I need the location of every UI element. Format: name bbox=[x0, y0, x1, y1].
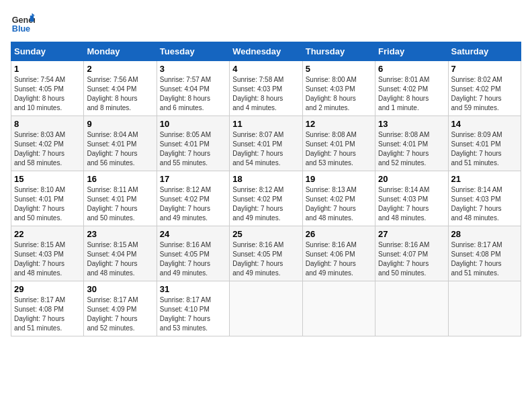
calendar-cell-day-13: 13Sunrise: 8:08 AM Sunset: 4:01 PM Dayli… bbox=[375, 116, 448, 171]
day-number: 7 bbox=[451, 64, 518, 74]
day-info: Sunrise: 8:10 AM Sunset: 4:01 PM Dayligh… bbox=[14, 185, 81, 223]
weekday-header-wednesday: Wednesday bbox=[230, 42, 302, 61]
day-number: 6 bbox=[378, 64, 445, 74]
day-info: Sunrise: 8:04 AM Sunset: 4:01 PM Dayligh… bbox=[87, 130, 153, 168]
weekday-header-thursday: Thursday bbox=[302, 42, 375, 61]
day-info: Sunrise: 8:16 AM Sunset: 4:05 PM Dayligh… bbox=[232, 240, 299, 278]
day-number: 31 bbox=[160, 284, 226, 294]
day-number: 12 bbox=[306, 119, 372, 129]
day-number: 29 bbox=[14, 284, 81, 294]
day-number: 10 bbox=[160, 119, 226, 129]
svg-text:Blue: Blue bbox=[12, 24, 30, 34]
calendar-cell-day-18: 18Sunrise: 8:12 AM Sunset: 4:02 PM Dayli… bbox=[230, 171, 302, 226]
calendar-cell-day-9: 9Sunrise: 8:04 AM Sunset: 4:01 PM Daylig… bbox=[84, 116, 157, 171]
day-info: Sunrise: 8:17 AM Sunset: 4:08 PM Dayligh… bbox=[14, 295, 81, 333]
day-number: 24 bbox=[160, 229, 226, 239]
calendar-cell-day-15: 15Sunrise: 8:10 AM Sunset: 4:01 PM Dayli… bbox=[11, 171, 84, 226]
day-info: Sunrise: 8:17 AM Sunset: 4:08 PM Dayligh… bbox=[451, 240, 518, 278]
calendar-cell-day-7: 7Sunrise: 8:02 AM Sunset: 4:02 PM Daylig… bbox=[448, 61, 521, 116]
calendar-cell bbox=[302, 281, 375, 336]
calendar-cell-day-29: 29Sunrise: 8:17 AM Sunset: 4:08 PM Dayli… bbox=[11, 281, 84, 336]
calendar-cell-day-25: 25Sunrise: 8:16 AM Sunset: 4:05 PM Dayli… bbox=[230, 226, 302, 281]
calendar-week-row: 1Sunrise: 7:54 AM Sunset: 4:05 PM Daylig… bbox=[11, 61, 521, 116]
calendar-cell-day-23: 23Sunrise: 8:15 AM Sunset: 4:04 PM Dayli… bbox=[84, 226, 157, 281]
day-info: Sunrise: 8:17 AM Sunset: 4:10 PM Dayligh… bbox=[160, 295, 226, 333]
calendar-cell-day-14: 14Sunrise: 8:09 AM Sunset: 4:01 PM Dayli… bbox=[448, 116, 521, 171]
day-number: 3 bbox=[160, 64, 226, 74]
calendar-cell-day-31: 31Sunrise: 8:17 AM Sunset: 4:10 PM Dayli… bbox=[157, 281, 229, 336]
day-info: Sunrise: 8:13 AM Sunset: 4:02 PM Dayligh… bbox=[306, 185, 372, 223]
day-number: 4 bbox=[232, 64, 299, 74]
day-number: 25 bbox=[232, 229, 299, 239]
calendar-cell-day-12: 12Sunrise: 8:08 AM Sunset: 4:01 PM Dayli… bbox=[302, 116, 375, 171]
day-info: Sunrise: 8:14 AM Sunset: 4:03 PM Dayligh… bbox=[451, 185, 518, 223]
calendar-cell-day-3: 3Sunrise: 7:57 AM Sunset: 4:04 PM Daylig… bbox=[157, 61, 229, 116]
calendar-cell-day-5: 5Sunrise: 8:00 AM Sunset: 4:03 PM Daylig… bbox=[302, 61, 375, 116]
day-info: Sunrise: 8:12 AM Sunset: 4:02 PM Dayligh… bbox=[160, 185, 226, 223]
day-number: 9 bbox=[87, 119, 153, 129]
day-info: Sunrise: 8:08 AM Sunset: 4:01 PM Dayligh… bbox=[306, 130, 372, 168]
day-info: Sunrise: 8:09 AM Sunset: 4:01 PM Dayligh… bbox=[451, 130, 518, 168]
day-info: Sunrise: 7:58 AM Sunset: 4:03 PM Dayligh… bbox=[232, 75, 299, 113]
calendar-cell-day-8: 8Sunrise: 8:03 AM Sunset: 4:02 PM Daylig… bbox=[11, 116, 84, 171]
day-number: 13 bbox=[378, 119, 445, 129]
day-number: 28 bbox=[451, 229, 518, 239]
day-info: Sunrise: 8:16 AM Sunset: 4:07 PM Dayligh… bbox=[378, 240, 445, 278]
calendar-week-row: 22Sunrise: 8:15 AM Sunset: 4:03 PM Dayli… bbox=[11, 226, 521, 281]
calendar-cell-day-2: 2Sunrise: 7:56 AM Sunset: 4:04 PM Daylig… bbox=[84, 61, 157, 116]
calendar-cell-day-4: 4Sunrise: 7:58 AM Sunset: 4:03 PM Daylig… bbox=[230, 61, 302, 116]
day-number: 8 bbox=[14, 119, 81, 129]
calendar-cell-day-24: 24Sunrise: 8:16 AM Sunset: 4:05 PM Dayli… bbox=[157, 226, 229, 281]
day-number: 21 bbox=[451, 174, 518, 184]
day-info: Sunrise: 7:54 AM Sunset: 4:05 PM Dayligh… bbox=[14, 75, 81, 113]
day-number: 20 bbox=[378, 174, 445, 184]
calendar-week-row: 29Sunrise: 8:17 AM Sunset: 4:08 PM Dayli… bbox=[11, 281, 521, 336]
calendar-cell-day-10: 10Sunrise: 8:05 AM Sunset: 4:01 PM Dayli… bbox=[157, 116, 229, 171]
calendar-cell bbox=[375, 281, 448, 336]
calendar-week-row: 15Sunrise: 8:10 AM Sunset: 4:01 PM Dayli… bbox=[11, 171, 521, 226]
day-info: Sunrise: 8:16 AM Sunset: 4:05 PM Dayligh… bbox=[160, 240, 226, 278]
calendar-cell-day-30: 30Sunrise: 8:17 AM Sunset: 4:09 PM Dayli… bbox=[84, 281, 157, 336]
day-number: 26 bbox=[306, 229, 372, 239]
calendar-cell-day-17: 17Sunrise: 8:12 AM Sunset: 4:02 PM Dayli… bbox=[157, 171, 229, 226]
logo-icon: General Blue bbox=[11, 11, 35, 35]
day-number: 5 bbox=[306, 64, 372, 74]
day-number: 15 bbox=[14, 174, 81, 184]
day-info: Sunrise: 8:07 AM Sunset: 4:01 PM Dayligh… bbox=[232, 130, 299, 168]
weekday-header-monday: Monday bbox=[84, 42, 157, 61]
day-info: Sunrise: 8:11 AM Sunset: 4:01 PM Dayligh… bbox=[87, 185, 153, 223]
calendar-cell bbox=[448, 281, 521, 336]
calendar-cell-day-11: 11Sunrise: 8:07 AM Sunset: 4:01 PM Dayli… bbox=[230, 116, 302, 171]
day-info: Sunrise: 8:08 AM Sunset: 4:01 PM Dayligh… bbox=[378, 130, 445, 168]
calendar-cell bbox=[230, 281, 302, 336]
day-info: Sunrise: 8:12 AM Sunset: 4:02 PM Dayligh… bbox=[232, 185, 299, 223]
calendar-cell-day-6: 6Sunrise: 8:01 AM Sunset: 4:02 PM Daylig… bbox=[375, 61, 448, 116]
day-number: 16 bbox=[87, 174, 153, 184]
day-info: Sunrise: 8:05 AM Sunset: 4:01 PM Dayligh… bbox=[160, 130, 226, 168]
weekday-header-friday: Friday bbox=[375, 42, 448, 61]
calendar-cell-day-28: 28Sunrise: 8:17 AM Sunset: 4:08 PM Dayli… bbox=[448, 226, 521, 281]
day-number: 2 bbox=[87, 64, 153, 74]
weekday-header-saturday: Saturday bbox=[448, 42, 521, 61]
day-info: Sunrise: 7:57 AM Sunset: 4:04 PM Dayligh… bbox=[160, 75, 226, 113]
day-info: Sunrise: 8:00 AM Sunset: 4:03 PM Dayligh… bbox=[306, 75, 372, 113]
day-number: 22 bbox=[14, 229, 81, 239]
day-number: 14 bbox=[451, 119, 518, 129]
weekday-header-tuesday: Tuesday bbox=[157, 42, 229, 61]
calendar-cell-day-27: 27Sunrise: 8:16 AM Sunset: 4:07 PM Dayli… bbox=[375, 226, 448, 281]
day-number: 27 bbox=[378, 229, 445, 239]
day-number: 18 bbox=[232, 174, 299, 184]
calendar-cell-day-22: 22Sunrise: 8:15 AM Sunset: 4:03 PM Dayli… bbox=[11, 226, 84, 281]
calendar-cell-day-21: 21Sunrise: 8:14 AM Sunset: 4:03 PM Dayli… bbox=[448, 171, 521, 226]
day-info: Sunrise: 8:16 AM Sunset: 4:06 PM Dayligh… bbox=[306, 240, 372, 278]
calendar-cell-day-1: 1Sunrise: 7:54 AM Sunset: 4:05 PM Daylig… bbox=[11, 61, 84, 116]
day-number: 30 bbox=[87, 284, 153, 294]
day-info: Sunrise: 8:15 AM Sunset: 4:04 PM Dayligh… bbox=[87, 240, 153, 278]
weekday-header-sunday: Sunday bbox=[11, 42, 84, 61]
calendar-cell-day-16: 16Sunrise: 8:11 AM Sunset: 4:01 PM Dayli… bbox=[84, 171, 157, 226]
day-info: Sunrise: 8:17 AM Sunset: 4:09 PM Dayligh… bbox=[87, 295, 153, 333]
day-info: Sunrise: 8:02 AM Sunset: 4:02 PM Dayligh… bbox=[451, 75, 518, 113]
page-header: General Blue bbox=[11, 11, 521, 35]
day-info: Sunrise: 8:03 AM Sunset: 4:02 PM Dayligh… bbox=[14, 130, 81, 168]
day-info: Sunrise: 7:56 AM Sunset: 4:04 PM Dayligh… bbox=[87, 75, 153, 113]
